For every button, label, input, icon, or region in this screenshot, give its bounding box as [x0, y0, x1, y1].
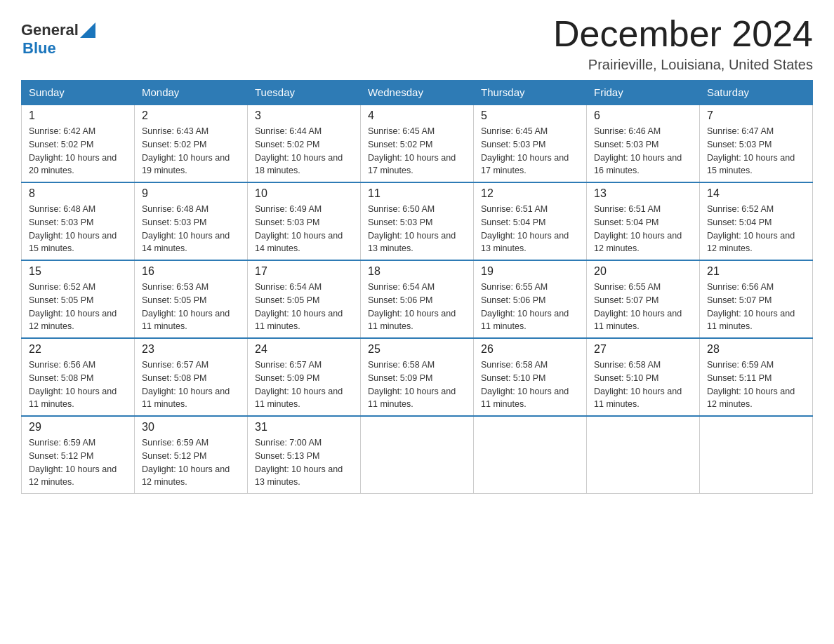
day-number: 25 — [368, 343, 466, 356]
calendar-cell: 22Sunrise: 6:56 AMSunset: 5:08 PMDayligh… — [22, 338, 135, 416]
calendar-week-row: 29Sunrise: 6:59 AMSunset: 5:12 PMDayligh… — [22, 416, 813, 494]
calendar-cell — [361, 416, 474, 494]
day-number: 7 — [707, 109, 805, 122]
day-number: 28 — [707, 343, 805, 356]
day-number: 11 — [368, 187, 466, 200]
location-subtitle: Prairieville, Louisiana, United States — [553, 57, 813, 73]
calendar-cell: 11Sunrise: 6:50 AMSunset: 5:03 PMDayligh… — [361, 182, 474, 260]
title-block: December 2024 Prairieville, Louisiana, U… — [553, 14, 813, 73]
day-info: Sunrise: 6:53 AMSunset: 5:05 PMDaylight:… — [142, 281, 240, 333]
day-number: 16 — [142, 265, 240, 278]
day-info: Sunrise: 6:57 AMSunset: 5:09 PMDaylight:… — [255, 358, 353, 411]
calendar-cell: 2Sunrise: 6:43 AMSunset: 5:02 PMDaylight… — [135, 105, 248, 182]
day-number: 23 — [142, 343, 240, 356]
column-header-thursday: Thursday — [474, 81, 587, 105]
day-number: 29 — [29, 421, 127, 434]
day-info: Sunrise: 6:45 AMSunset: 5:03 PMDaylight:… — [481, 125, 579, 177]
logo-general-text: General — [21, 21, 79, 39]
day-info: Sunrise: 6:44 AMSunset: 5:02 PMDaylight:… — [255, 125, 353, 177]
calendar-cell: 6Sunrise: 6:46 AMSunset: 5:03 PMDaylight… — [587, 105, 700, 182]
page-header: General Blue December 2024 Prairieville,… — [21, 14, 813, 73]
day-info: Sunrise: 6:57 AMSunset: 5:08 PMDaylight:… — [142, 358, 240, 411]
calendar-cell: 21Sunrise: 6:56 AMSunset: 5:07 PMDayligh… — [700, 260, 813, 338]
day-info: Sunrise: 6:54 AMSunset: 5:06 PMDaylight:… — [368, 281, 466, 333]
calendar-cell: 15Sunrise: 6:52 AMSunset: 5:05 PMDayligh… — [22, 260, 135, 338]
day-number: 21 — [707, 265, 805, 278]
day-info: Sunrise: 6:55 AMSunset: 5:06 PMDaylight:… — [481, 281, 579, 333]
calendar-cell: 3Sunrise: 6:44 AMSunset: 5:02 PMDaylight… — [248, 105, 361, 182]
day-number: 31 — [255, 421, 353, 434]
calendar-cell — [587, 416, 700, 494]
calendar-header-row: SundayMondayTuesdayWednesdayThursdayFrid… — [22, 81, 813, 105]
day-info: Sunrise: 6:50 AMSunset: 5:03 PMDaylight:… — [368, 203, 466, 255]
column-header-monday: Monday — [135, 81, 248, 105]
calendar-cell: 1Sunrise: 6:42 AMSunset: 5:02 PMDaylight… — [22, 105, 135, 182]
calendar-cell: 27Sunrise: 6:58 AMSunset: 5:10 PMDayligh… — [587, 338, 700, 416]
day-info: Sunrise: 6:48 AMSunset: 5:03 PMDaylight:… — [29, 203, 127, 255]
column-header-saturday: Saturday — [700, 81, 813, 105]
day-number: 13 — [594, 187, 692, 200]
day-info: Sunrise: 6:58 AMSunset: 5:10 PMDaylight:… — [594, 358, 692, 411]
logo-triangle-icon — [80, 22, 95, 38]
calendar-cell — [474, 416, 587, 494]
day-number: 5 — [481, 109, 579, 122]
day-number: 3 — [255, 109, 353, 122]
calendar-cell: 10Sunrise: 6:49 AMSunset: 5:03 PMDayligh… — [248, 182, 361, 260]
day-info: Sunrise: 6:45 AMSunset: 5:02 PMDaylight:… — [368, 125, 466, 177]
day-number: 30 — [142, 421, 240, 434]
day-info: Sunrise: 6:54 AMSunset: 5:05 PMDaylight:… — [255, 281, 353, 333]
logo: General Blue — [21, 21, 95, 58]
calendar-week-row: 8Sunrise: 6:48 AMSunset: 5:03 PMDaylight… — [22, 182, 813, 260]
day-number: 12 — [481, 187, 579, 200]
day-number: 10 — [255, 187, 353, 200]
column-header-tuesday: Tuesday — [248, 81, 361, 105]
day-info: Sunrise: 6:42 AMSunset: 5:02 PMDaylight:… — [29, 125, 127, 177]
day-number: 17 — [255, 265, 353, 278]
calendar-cell: 16Sunrise: 6:53 AMSunset: 5:05 PMDayligh… — [135, 260, 248, 338]
day-info: Sunrise: 6:56 AMSunset: 5:08 PMDaylight:… — [29, 358, 127, 411]
day-number: 15 — [29, 265, 127, 278]
calendar-cell: 18Sunrise: 6:54 AMSunset: 5:06 PMDayligh… — [361, 260, 474, 338]
day-info: Sunrise: 6:52 AMSunset: 5:04 PMDaylight:… — [707, 203, 805, 255]
calendar-week-row: 15Sunrise: 6:52 AMSunset: 5:05 PMDayligh… — [22, 260, 813, 338]
calendar-cell: 7Sunrise: 6:47 AMSunset: 5:03 PMDaylight… — [700, 105, 813, 182]
calendar-cell: 4Sunrise: 6:45 AMSunset: 5:02 PMDaylight… — [361, 105, 474, 182]
column-header-friday: Friday — [587, 81, 700, 105]
calendar-table: SundayMondayTuesdayWednesdayThursdayFrid… — [21, 80, 813, 494]
calendar-cell: 5Sunrise: 6:45 AMSunset: 5:03 PMDaylight… — [474, 105, 587, 182]
day-number: 22 — [29, 343, 127, 356]
day-number: 6 — [594, 109, 692, 122]
day-number: 1 — [29, 109, 127, 122]
day-number: 20 — [594, 265, 692, 278]
calendar-cell: 24Sunrise: 6:57 AMSunset: 5:09 PMDayligh… — [248, 338, 361, 416]
day-number: 27 — [594, 343, 692, 356]
day-info: Sunrise: 6:48 AMSunset: 5:03 PMDaylight:… — [142, 203, 240, 255]
column-header-sunday: Sunday — [22, 81, 135, 105]
calendar-cell: 28Sunrise: 6:59 AMSunset: 5:11 PMDayligh… — [700, 338, 813, 416]
calendar-cell — [700, 416, 813, 494]
day-number: 9 — [142, 187, 240, 200]
svg-marker-0 — [80, 22, 95, 38]
calendar-cell: 14Sunrise: 6:52 AMSunset: 5:04 PMDayligh… — [700, 182, 813, 260]
day-number: 4 — [368, 109, 466, 122]
day-info: Sunrise: 6:46 AMSunset: 5:03 PMDaylight:… — [594, 125, 692, 177]
day-number: 18 — [368, 265, 466, 278]
day-number: 8 — [29, 187, 127, 200]
day-info: Sunrise: 6:51 AMSunset: 5:04 PMDaylight:… — [594, 203, 692, 255]
calendar-cell: 30Sunrise: 6:59 AMSunset: 5:12 PMDayligh… — [135, 416, 248, 494]
day-number: 24 — [255, 343, 353, 356]
calendar-cell: 25Sunrise: 6:58 AMSunset: 5:09 PMDayligh… — [361, 338, 474, 416]
day-number: 2 — [142, 109, 240, 122]
calendar-cell: 26Sunrise: 6:58 AMSunset: 5:10 PMDayligh… — [474, 338, 587, 416]
day-info: Sunrise: 6:56 AMSunset: 5:07 PMDaylight:… — [707, 281, 805, 333]
day-info: Sunrise: 7:00 AMSunset: 5:13 PMDaylight:… — [255, 436, 353, 489]
calendar-cell: 17Sunrise: 6:54 AMSunset: 5:05 PMDayligh… — [248, 260, 361, 338]
day-info: Sunrise: 6:51 AMSunset: 5:04 PMDaylight:… — [481, 203, 579, 255]
calendar-cell: 12Sunrise: 6:51 AMSunset: 5:04 PMDayligh… — [474, 182, 587, 260]
day-info: Sunrise: 6:47 AMSunset: 5:03 PMDaylight:… — [707, 125, 805, 177]
month-title: December 2024 — [553, 14, 813, 54]
calendar-week-row: 22Sunrise: 6:56 AMSunset: 5:08 PMDayligh… — [22, 338, 813, 416]
day-number: 26 — [481, 343, 579, 356]
column-header-wednesday: Wednesday — [361, 81, 474, 105]
calendar-cell: 19Sunrise: 6:55 AMSunset: 5:06 PMDayligh… — [474, 260, 587, 338]
